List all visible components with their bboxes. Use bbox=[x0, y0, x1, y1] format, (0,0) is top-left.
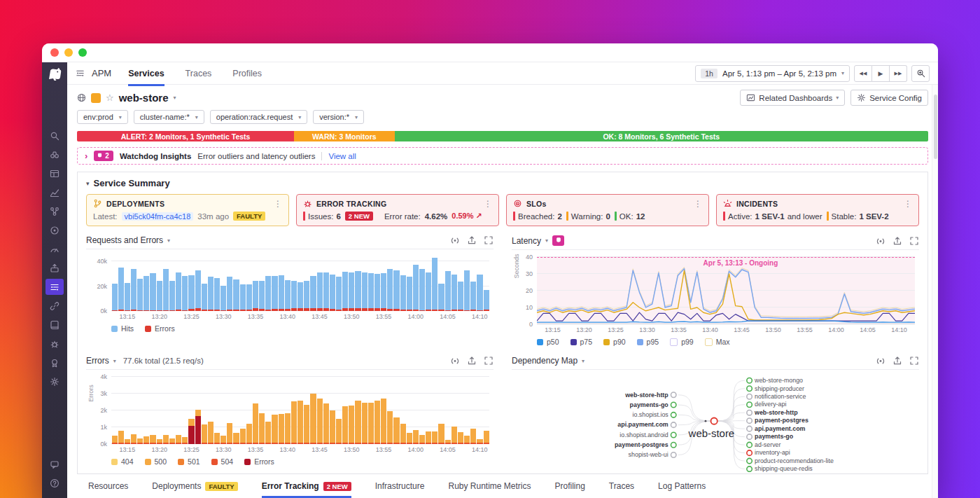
fast-forward-button[interactable]: ▶▶ bbox=[890, 65, 907, 82]
card-menu-kebab[interactable]: ⋮ bbox=[484, 200, 492, 208]
deployments-card[interactable]: DEPLOYMENTS ⋮ Latest: vbi5ck04fm-ca4c18 … bbox=[86, 194, 289, 226]
error-tracking-card[interactable]: ERROR TRACKING ⋮ Issues: 6 2 NEW bbox=[296, 194, 499, 226]
legend-item[interactable]: p95 bbox=[637, 338, 659, 346]
sidebar-item-metrics[interactable] bbox=[46, 184, 64, 200]
service-node[interactable] bbox=[671, 442, 676, 447]
service-node-label[interactable]: notification-service bbox=[755, 393, 806, 400]
legend-item[interactable]: Max bbox=[705, 338, 730, 346]
tab-resources[interactable]: Resources bbox=[88, 474, 128, 498]
legend-item[interactable]: p90 bbox=[603, 338, 626, 346]
incidents-card[interactable]: INCIDENTS ⋮ Active:1 SEV-1and lowerStabl… bbox=[716, 194, 919, 226]
sidebar-item-compliance[interactable] bbox=[46, 354, 64, 371]
service-node[interactable] bbox=[671, 432, 676, 437]
service-node-label[interactable]: delivery-api bbox=[755, 401, 786, 408]
legend-item[interactable]: p99 bbox=[670, 338, 694, 346]
sidebar-item-dashboards[interactable] bbox=[46, 165, 64, 181]
legend-item[interactable]: Hits bbox=[111, 324, 134, 333]
card-menu-kebab[interactable]: ⋮ bbox=[274, 200, 282, 208]
sidebar-item-infrastructure[interactable] bbox=[46, 203, 64, 219]
fullscreen-icon[interactable] bbox=[909, 236, 919, 246]
related-dashboards-button[interactable]: Related Dashboards ▾ bbox=[740, 90, 845, 106]
legend-item[interactable]: Errors bbox=[145, 324, 175, 333]
create-monitor-icon[interactable] bbox=[450, 235, 460, 245]
service-node[interactable] bbox=[747, 442, 752, 447]
expand-chevron-icon[interactable]: › bbox=[85, 151, 88, 160]
sidebar-item-help[interactable] bbox=[46, 475, 64, 491]
sidebar-item-security[interactable] bbox=[46, 336, 64, 352]
sidebar-item-synthetics[interactable] bbox=[46, 241, 64, 257]
service-node[interactable] bbox=[671, 422, 676, 427]
service-node-label[interactable]: payment-postgres bbox=[755, 417, 808, 424]
service-node-label[interactable]: io.shopist.ios bbox=[633, 411, 669, 418]
legend-item[interactable]: Errors bbox=[244, 457, 274, 466]
tab-error-tracking[interactable]: Error Tracking2 NEW bbox=[262, 474, 351, 498]
service-node-label[interactable]: web-store-http bbox=[624, 392, 668, 399]
status-segment[interactable]: ALERT: 2 Monitors, 1 Synthetic Tests bbox=[77, 131, 294, 141]
view-all-link[interactable]: View all bbox=[328, 152, 356, 160]
center-service-node[interactable] bbox=[710, 417, 717, 424]
service-summary-heading[interactable]: ▾ Service Summary bbox=[86, 178, 919, 188]
status-segment[interactable]: WARN: 3 Monitors bbox=[294, 131, 394, 141]
service-config-button[interactable]: Service Config bbox=[850, 90, 928, 106]
legend-item[interactable]: p50 bbox=[537, 338, 559, 346]
chevron-down-icon[interactable]: ▾ bbox=[174, 95, 176, 101]
sidebar-item-apm[interactable] bbox=[46, 279, 64, 295]
watchdog-alert-chip[interactable] bbox=[552, 235, 564, 246]
latency-chart-plot[interactable]: 010203040Apr 5, 13:13 - Ongoing bbox=[537, 257, 915, 324]
tab-log-patterns[interactable]: Log Patterns bbox=[658, 474, 706, 498]
service-node-label[interactable]: payments-go bbox=[630, 401, 669, 408]
service-node[interactable] bbox=[747, 386, 752, 391]
service-node[interactable] bbox=[747, 378, 752, 382]
service-node[interactable] bbox=[747, 458, 752, 463]
sidebar-item-logs[interactable] bbox=[46, 317, 64, 333]
sidebar-item-chat[interactable] bbox=[46, 456, 64, 472]
service-node[interactable] bbox=[747, 402, 752, 407]
service-node-label[interactable]: payments-go bbox=[755, 433, 794, 440]
card-menu-kebab[interactable]: ⋮ bbox=[904, 200, 912, 208]
create-monitor-icon[interactable] bbox=[450, 356, 460, 366]
status-segment[interactable]: OK: 8 Monitors, 6 Synthetic Tests bbox=[395, 131, 928, 141]
legend-item[interactable]: 504 bbox=[211, 457, 234, 466]
export-icon[interactable] bbox=[892, 236, 902, 246]
fullscreen-icon[interactable] bbox=[484, 356, 493, 366]
sidebar-item-service-map[interactable] bbox=[46, 298, 64, 314]
service-node-label[interactable]: payment-postgres bbox=[615, 441, 668, 448]
legend-item[interactable]: 500 bbox=[145, 457, 167, 466]
service-node-label[interactable]: web-store-http bbox=[754, 409, 798, 416]
service-node[interactable] bbox=[671, 402, 676, 407]
datadog-logo-icon[interactable] bbox=[46, 66, 63, 83]
service-node-label[interactable]: web-store-mongo bbox=[754, 377, 803, 384]
card-menu-kebab[interactable]: ⋮ bbox=[694, 200, 702, 208]
time-range-selector[interactable]: 1h Apr 5, 1:13 pm – Apr 5, 2:13 pm ▾ bbox=[695, 65, 850, 82]
service-node[interactable] bbox=[747, 466, 752, 471]
service-node-label[interactable]: shipping-queue-redis bbox=[755, 465, 813, 472]
requests-chart-plot[interactable]: 0k20k40k bbox=[111, 256, 489, 311]
tab-deployments[interactable]: DeploymentsFAULTY bbox=[152, 474, 237, 498]
close-window-button[interactable] bbox=[50, 48, 59, 57]
service-node[interactable] bbox=[747, 450, 752, 455]
commit-link[interactable]: vbi5ck04fm-ca4c18 bbox=[122, 212, 194, 221]
rewind-button[interactable]: ◀◀ bbox=[854, 65, 872, 82]
apm-menu-icon[interactable] bbox=[76, 69, 85, 78]
chevron-down-icon[interactable]: ▾ bbox=[582, 358, 584, 364]
chevron-down-icon[interactable]: ▾ bbox=[545, 237, 548, 244]
service-node[interactable] bbox=[671, 452, 676, 457]
zoom-window-button[interactable] bbox=[78, 48, 87, 57]
chevron-down-icon[interactable]: ▾ bbox=[113, 358, 116, 364]
tab-ruby-runtime-metrics[interactable]: Ruby Runtime Metrics bbox=[448, 474, 531, 498]
play-button[interactable]: ▶ bbox=[872, 65, 890, 82]
tab-profiles[interactable]: Profiles bbox=[232, 60, 262, 86]
service-node-label[interactable]: product-recommendation-lite bbox=[755, 457, 834, 464]
service-node[interactable] bbox=[671, 392, 676, 397]
service-node-label[interactable]: ad-server bbox=[755, 441, 780, 448]
fullscreen-icon[interactable] bbox=[484, 235, 493, 245]
tab-traces[interactable]: Traces bbox=[609, 474, 634, 498]
slos-card[interactable]: SLOs ⋮ Breached:2Warning:0OK:12 bbox=[506, 194, 709, 226]
service-node[interactable] bbox=[747, 394, 752, 399]
minimize-window-button[interactable] bbox=[64, 48, 73, 57]
scrollbar[interactable] bbox=[932, 85, 938, 498]
favorite-star-icon[interactable]: ☆ bbox=[106, 92, 114, 103]
sidebar-item-settings[interactable] bbox=[46, 373, 64, 389]
service-node-label[interactable]: api.payment.com bbox=[617, 421, 668, 428]
service-node[interactable] bbox=[671, 413, 676, 417]
